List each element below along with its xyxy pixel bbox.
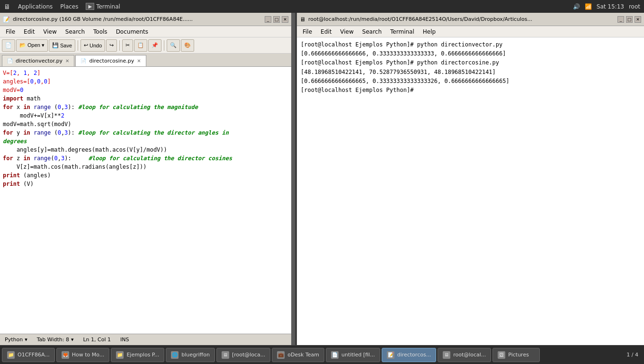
taskbar-icon-0: 📁: [7, 351, 15, 359]
taskbar-item-6[interactable]: 📄 untitled [fil...: [326, 348, 380, 362]
tab-chevron-icon: ▾: [71, 337, 74, 343]
terminal-minimize-button[interactable]: _: [617, 16, 624, 23]
taskbar-item-1[interactable]: 🦊 How to Mo...: [56, 348, 110, 362]
toolbar-separator-3: [164, 40, 164, 51]
editor-file-icon: 📝: [3, 16, 10, 23]
new-icon: 📄: [5, 42, 12, 48]
taskbar-label-8: root@local...: [453, 352, 486, 358]
toolbar-redo-button[interactable]: ↪: [106, 39, 117, 52]
paste-icon: 📌: [152, 42, 158, 48]
terminal-titlebar-title: root@localhost:/run/media/root/O1CFF86A8…: [308, 16, 532, 22]
tab1-file-icon: 📄: [7, 58, 13, 64]
terminal-menu-terminal[interactable]: Terminal: [386, 27, 418, 36]
panel-gap: [291, 13, 295, 345]
taskbar-icon-6: 📄: [331, 351, 339, 359]
editor-minimize-button[interactable]: _: [265, 16, 271, 23]
toolbar-open-button[interactable]: 📂 Open ▾: [16, 39, 48, 52]
taskbar-label-6: untitled [fil...: [341, 352, 375, 358]
taskbar-icon-1: 🦊: [62, 351, 69, 359]
toolbar-save-button[interactable]: 💾 Save: [49, 39, 75, 52]
tab1-close[interactable]: ✕: [65, 58, 69, 64]
editor-menu-file[interactable]: File: [2, 27, 19, 36]
taskbar-item-5[interactable]: 💼 oDesk Team: [272, 348, 324, 362]
taskbar-icon-8: 🖥: [443, 351, 450, 359]
taskbar-label-1: How to Mo...: [72, 352, 105, 358]
terminal-titlebar: 🖥 root@localhost:/run/media/root/O1CFF86…: [297, 13, 644, 26]
terminal-menu-search[interactable]: Search: [358, 27, 385, 36]
terminal-launcher[interactable]: ▶ Terminal: [86, 3, 120, 10]
taskbar-item-8[interactable]: 🖥 root@local...: [438, 348, 491, 362]
terminal-close-button[interactable]: ✕: [635, 16, 641, 23]
terminal-menu-help[interactable]: Help: [419, 27, 439, 36]
taskbar-label-4: [root@loca...: [232, 352, 265, 358]
tab2-file-icon: 📄: [80, 58, 86, 64]
status-lang[interactable]: Python ▾: [5, 337, 27, 343]
terminal-title-icon: 🖥: [300, 16, 305, 23]
terminal-titlebar-buttons: _ □ ✕: [617, 16, 641, 23]
taskbar-pager: 1 / 4: [623, 352, 642, 358]
editor-content[interactable]: V=[2, 1, 2] angles=[0,0,0] modV=0 import…: [0, 67, 291, 334]
editor-toolbar: 📄 📂 Open ▾ 💾 Save ↩ Undo ↪ ✂ 📋: [0, 37, 291, 54]
taskbar-item-4[interactable]: 🖥 [root@loca...: [216, 348, 270, 362]
topbar: 🖥 Applications Places ▶ Terminal 🔊 📶 Sat…: [0, 0, 644, 13]
taskbar-label-0: O1CFF86A...: [18, 352, 50, 358]
taskbar-icon-2: 📁: [116, 351, 124, 359]
terminal-menu-view[interactable]: View: [336, 27, 357, 36]
toolbar-find-button[interactable]: 🔍: [167, 39, 180, 52]
user-label: root: [629, 3, 640, 10]
taskbar-item-9[interactable]: 🖼 Pictures: [492, 348, 540, 362]
terminal-panel: 🖥 root@localhost:/run/media/root/O1CFF86…: [297, 13, 644, 345]
topbar-left: 🖥 Applications Places ▶ Terminal: [4, 3, 120, 10]
toolbar-cut-button[interactable]: ✂: [122, 39, 133, 52]
terminal-maximize-button[interactable]: □: [626, 16, 633, 23]
editor-maximize-button[interactable]: □: [273, 16, 280, 23]
toolbar-paste-button[interactable]: 📌: [148, 39, 161, 52]
editor-close-button[interactable]: ✕: [282, 16, 288, 23]
editor-menubar: File Edit View Search Tools Documents: [0, 26, 291, 37]
editor-menu-tools[interactable]: Tools: [89, 27, 111, 36]
editor-tabs: 📄 directionvector.py ✕ 📄 directorcosine.…: [0, 54, 291, 67]
network-icon: 📶: [585, 3, 592, 10]
cut-icon: ✂: [125, 42, 130, 48]
taskbar-item-0[interactable]: 📁 O1CFF86A...: [2, 348, 55, 362]
terminal-menu-file[interactable]: File: [299, 27, 316, 36]
taskbar-label-3: bluegriffon: [181, 352, 210, 358]
terminal-content[interactable]: [root@localhost Ejemplos Python]# python…: [297, 37, 644, 345]
editor-panel: 📝 directorcosine.py (160 GB Volume /run/…: [0, 13, 291, 345]
editor-tab-directionvector[interactable]: 📄 directionvector.py ✕: [2, 55, 74, 66]
places-menu[interactable]: Places: [60, 3, 78, 10]
status-ins: INS: [120, 337, 129, 343]
taskbar-label-7: directorcos...: [397, 352, 431, 358]
editor-menu-view[interactable]: View: [39, 27, 60, 36]
toolbar-color-button[interactable]: 🎨: [181, 39, 194, 52]
toolbar-separator-2: [119, 40, 120, 51]
toolbar-undo-button[interactable]: ↩ Undo: [80, 39, 105, 52]
taskbar-label-5: oDesk Team: [287, 352, 319, 358]
editor-menu-search[interactable]: Search: [62, 27, 89, 36]
taskbar-item-2[interactable]: 📁 Ejemplos P...: [111, 348, 164, 362]
terminal-menu-edit[interactable]: Edit: [317, 27, 335, 36]
editor-menu-edit[interactable]: Edit: [20, 27, 38, 36]
find-icon: 🔍: [170, 42, 177, 48]
copy-icon: 📋: [137, 42, 144, 48]
applications-menu[interactable]: Applications: [18, 3, 53, 10]
editor-tab-directorcosine[interactable]: 📄 directorcosine.py ✕: [75, 55, 146, 66]
undo-icon: ↩: [84, 42, 88, 48]
toolbar-copy-button[interactable]: 📋: [134, 39, 147, 52]
redo-icon: ↪: [109, 42, 114, 48]
status-tab[interactable]: Tab Width: 8 ▾: [37, 337, 74, 343]
clock: Sat 15:13: [597, 3, 624, 10]
taskbar-item-3[interactable]: 🌐 bluegriffon: [166, 348, 215, 362]
tab2-label: directorcosine.py: [89, 58, 134, 64]
toolbar-new-button[interactable]: 📄: [2, 39, 15, 52]
terminal-line-6: [root@localhost Ejemplos Python]#: [301, 86, 640, 95]
sound-icon: 🔊: [573, 3, 580, 10]
terminal-line-3: [root@localhost Ejemplos Python]# python…: [301, 58, 640, 67]
tab1-label: directionvector.py: [16, 58, 63, 64]
editor-menu-documents[interactable]: Documents: [112, 27, 152, 36]
taskbar-item-7[interactable]: 📝 directorcos...: [382, 348, 436, 362]
tab2-close[interactable]: ✕: [137, 58, 141, 64]
color-icon: 🎨: [184, 42, 191, 48]
editor-titlebar-title: directorcosine.py (160 GB Volume /run/me…: [13, 16, 193, 22]
editor-statusbar: Python ▾ Tab Width: 8 ▾ Ln 1, Col 1 INS: [0, 334, 291, 345]
